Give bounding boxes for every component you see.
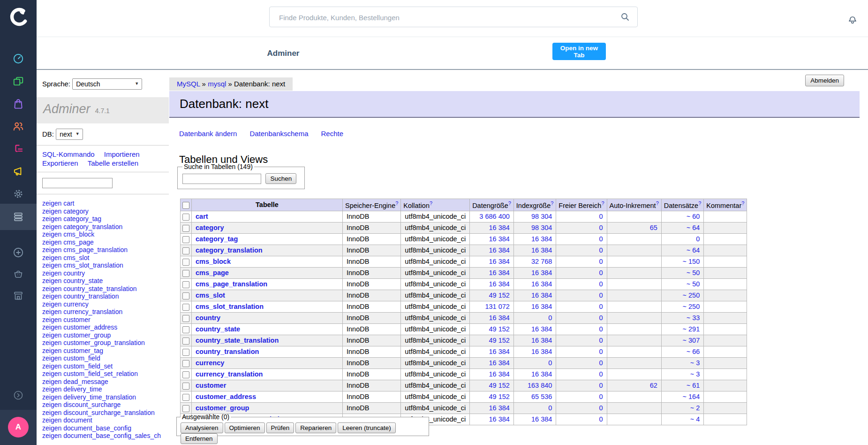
global-search-input[interactable] [278,7,608,28]
row-checkbox[interactable] [182,394,189,401]
table-name-link[interactable]: cms_slot [196,292,225,299]
free-space-cell-link[interactable]: 0 [599,370,603,378]
free-space-cell-link[interactable]: 0 [599,337,603,344]
avatar[interactable]: A [8,417,29,437]
sidebar-item-settings[interactable] [0,183,37,205]
index-size-cell-link[interactable]: 98 304 [531,224,552,231]
row-checkbox[interactable] [182,338,189,345]
table-link[interactable]: dead_message [63,378,108,385]
select-link[interactable]: zeigen [42,416,61,424]
table-link[interactable]: category_tag [63,215,101,222]
data-size-cell-link[interactable]: 49 152 [489,382,509,389]
records-cell-link[interactable]: ~ 4 [690,415,700,423]
table-link[interactable]: delivery_time [63,385,102,393]
table-link[interactable]: category [63,207,89,215]
free-space-cell-link[interactable]: 0 [599,382,603,389]
table-name-link[interactable]: cms_slot_translation [196,303,264,310]
select-link[interactable]: zeigen [42,269,61,277]
records-cell-link[interactable]: ~ 291 [683,325,700,333]
index-size-cell-link[interactable]: 16 384 [531,370,552,378]
free-space-cell-link[interactable]: 0 [599,235,603,243]
free-space-cell-link[interactable]: 0 [599,303,603,310]
table-link[interactable]: country_translation [63,292,119,300]
table-name-link[interactable]: country_state_translation [196,337,279,344]
data-size-cell-link[interactable]: 16 384 [489,269,509,276]
data-size-cell-link[interactable]: 16 384 [489,224,509,231]
row-checkbox[interactable] [182,405,189,412]
data-size-cell-link[interactable]: 49 152 [489,325,509,333]
table-link[interactable]: currency [63,300,89,308]
table-name-link[interactable]: cms_page [196,269,229,276]
table-name-link[interactable]: category_translation [196,246,263,254]
select-link[interactable]: zeigen [42,362,61,370]
table-link[interactable]: category_translation [63,223,122,230]
row-checkbox[interactable] [182,236,189,243]
notifications-bell-icon[interactable] [846,12,859,26]
records-cell-link[interactable]: ~ 250 [683,303,700,310]
select-link[interactable]: zeigen [42,300,61,308]
select-link[interactable]: zeigen [42,385,61,393]
index-size-cell-link[interactable]: 16 384 [531,235,552,243]
auto-increment-cell-link[interactable]: 65 [650,224,657,231]
free-space-cell-link[interactable]: 0 [599,269,603,276]
table-name-link[interactable]: currency [196,359,224,367]
index-size-cell-link[interactable]: 163 840 [528,382,552,389]
row-checkbox[interactable] [182,326,189,333]
table-name-link[interactable]: customer_address [196,393,256,400]
table-link[interactable]: country [63,269,85,277]
index-size-cell-link[interactable]: 16 384 [531,292,552,299]
row-checkbox[interactable] [182,360,189,367]
table-link[interactable]: cart [63,199,74,207]
table-link[interactable]: country_state_translation [63,285,136,292]
data-size-cell-link[interactable]: 16 384 [489,415,509,423]
sidebar-item-add[interactable] [0,241,37,264]
select-link[interactable]: zeigen [42,393,61,401]
table-link[interactable]: cms_slot [63,254,89,261]
table-name-link[interactable]: cms_block [196,258,231,265]
data-size-cell-link[interactable]: 16 384 [489,359,509,367]
data-size-cell-link[interactable]: 16 384 [489,246,509,254]
adminer-nav-link-0[interactable]: SQL-Kommando [42,150,95,159]
free-space-cell-link[interactable]: 0 [599,348,603,355]
sidebar-item-dashboard[interactable] [0,47,37,70]
index-size-cell-link[interactable]: 16 384 [531,269,552,276]
column-help-link[interactable]: ? [698,200,701,206]
select-link[interactable]: zeigen [42,331,61,339]
sidebar-item-storefront[interactable] [0,284,37,307]
select-link[interactable]: zeigen [42,277,61,284]
table-name-link[interactable]: country [196,314,220,322]
select-link[interactable]: zeigen [42,401,61,408]
open-in-new-tab-button[interactable]: Open in new Tab [552,43,606,60]
table-name-link[interactable]: category_tag [196,235,238,243]
table-name-link[interactable]: country_state [196,325,240,333]
language-select[interactable]: Deutsch▼ [72,78,142,90]
data-size-cell-link[interactable]: 16 384 [489,314,509,322]
records-cell-link[interactable]: ~ 61 [687,382,700,389]
table-link[interactable]: cms_block [63,230,94,238]
sidebar-item-products[interactable] [0,70,37,92]
records-cell-link[interactable]: ~ 164 [683,393,700,400]
logout-button[interactable]: Abmelden [805,75,844,86]
table-link[interactable]: customer [63,316,91,323]
select-link[interactable]: zeigen [42,432,61,439]
action-link-0[interactable]: Datenbank ändern [179,130,237,138]
table-link[interactable]: currency_translation [63,308,122,315]
index-size-cell-link[interactable]: 0 [548,404,552,412]
row-checkbox[interactable] [182,292,189,299]
table-link[interactable]: document_base_config_sales_ch [63,432,161,439]
sidebar-item-marketing[interactable] [0,160,37,183]
data-size-cell-link[interactable]: 16 384 [489,258,509,265]
records-cell-link[interactable]: 0 [696,235,700,243]
table-link[interactable]: custom_field_set [63,362,113,370]
records-cell-link[interactable]: ~ 307 [683,337,700,344]
column-help-link[interactable]: ? [551,200,553,206]
data-size-cell-link[interactable]: 16 384 [489,280,509,288]
selected-action-button-0[interactable]: Analysieren [181,422,223,433]
index-size-cell-link[interactable]: 16 384 [531,246,552,254]
table-name-link[interactable]: country_translation [196,348,259,355]
column-help-link[interactable]: ? [601,200,604,206]
select-link[interactable]: zeigen [42,246,61,253]
select-link[interactable]: zeigen [42,238,61,246]
free-space-cell-link[interactable]: 0 [599,224,603,231]
select-link[interactable]: zeigen [42,223,61,230]
